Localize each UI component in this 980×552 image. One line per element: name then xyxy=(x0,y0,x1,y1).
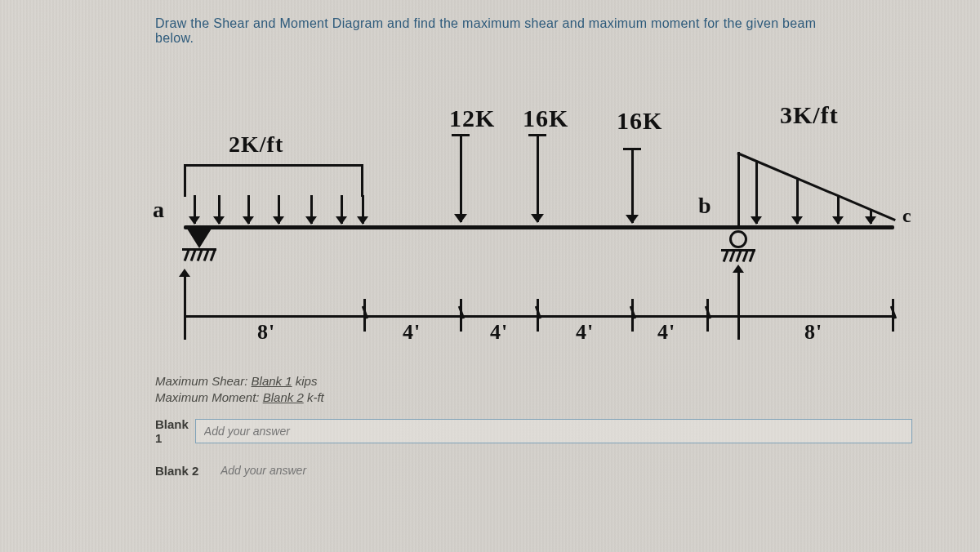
point-load-1-label: 12K xyxy=(449,105,495,132)
dim-2: 4' xyxy=(403,320,421,345)
point-load-3-label: 16K xyxy=(617,107,662,135)
question-prompt: Draw the Shear and Moment Diagram and fi… xyxy=(155,16,825,46)
blank-1-label: Blank 1 xyxy=(155,417,189,445)
point-load-1 xyxy=(460,134,462,222)
dim-tick xyxy=(184,274,186,340)
pin-support-a xyxy=(187,229,212,248)
moment-blank-ref: Blank 2 xyxy=(263,390,304,404)
tri-load-vertical xyxy=(737,152,740,225)
dim-3: 4' xyxy=(490,320,508,345)
blank-2-row: Blank 2 xyxy=(155,458,825,483)
point-load-2-label: 16K xyxy=(523,105,568,132)
dim-tick xyxy=(892,299,894,332)
shear-prefix: Maximum Shear: xyxy=(155,374,252,388)
tri-arrow xyxy=(796,180,799,224)
shear-blank-ref: Blank 1 xyxy=(252,374,292,388)
tri-arrow xyxy=(870,211,872,224)
dim-5: 4' xyxy=(657,320,675,345)
tri-load-label: 3K/ft xyxy=(780,101,839,129)
udl-label: 2K/ft xyxy=(229,131,283,158)
ground-hatch-a xyxy=(182,248,216,263)
blank-2-input[interactable] xyxy=(220,458,368,483)
max-moment-line: Maximum Moment: Blank 2 k-ft xyxy=(155,390,825,404)
point-a-label: a xyxy=(153,197,165,223)
point-load-3 xyxy=(631,148,634,223)
udl-arrow xyxy=(341,195,343,224)
dim-6: 8' xyxy=(804,320,822,345)
point-load-2 xyxy=(537,134,539,222)
dim-tick xyxy=(537,299,539,332)
moment-units: k-ft xyxy=(304,390,324,404)
blank-1-row: Blank 1 xyxy=(155,417,825,445)
dim-tick xyxy=(631,299,634,332)
beam-line xyxy=(184,225,894,229)
dim-tick xyxy=(460,299,462,332)
moment-prefix: Maximum Moment: xyxy=(155,390,263,404)
udl-rectangle xyxy=(184,164,363,197)
udl-arrow xyxy=(247,195,250,224)
roller-support-b xyxy=(729,230,747,248)
blank-1-input[interactable] xyxy=(195,419,912,443)
ground-hatch-b xyxy=(721,249,755,264)
dim-tick xyxy=(706,299,709,332)
dim-4: 4' xyxy=(576,320,594,345)
shear-units: kips xyxy=(292,374,318,388)
udl-arrow xyxy=(278,195,280,224)
blank-2-label: Blank 2 xyxy=(155,464,214,478)
dim-tick xyxy=(363,299,366,332)
point-c-label: c xyxy=(902,205,912,227)
udl-arrow xyxy=(194,195,196,224)
beam-diagram: 2K/ft 12K 16K 16K 3K/ft a b c xyxy=(151,70,902,364)
dim-1: 8' xyxy=(257,320,275,345)
answers-section: Maximum Shear: Blank 1 kips Maximum Mome… xyxy=(155,374,825,483)
tri-arrow xyxy=(755,162,758,224)
tri-arrow xyxy=(837,197,840,224)
max-shear-line: Maximum Shear: Blank 1 kips xyxy=(155,374,825,388)
dim-tick xyxy=(737,270,740,340)
point-b-label: b xyxy=(698,193,712,219)
udl-arrow xyxy=(362,195,364,224)
udl-arrow xyxy=(310,195,313,224)
udl-arrow xyxy=(218,195,220,224)
